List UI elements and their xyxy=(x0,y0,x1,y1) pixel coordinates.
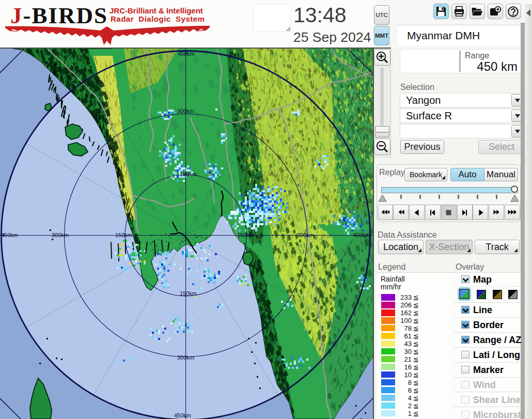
svg-text:300km: 300km xyxy=(297,232,314,238)
svg-text:450km: 450km xyxy=(178,51,195,57)
svg-text:300km: 300km xyxy=(177,108,194,114)
svg-text:150km: 150km xyxy=(180,290,197,297)
svg-text:300km: 300km xyxy=(177,354,194,361)
svg-text:150km: 150km xyxy=(237,232,254,238)
svg-text:450km: 450km xyxy=(353,232,370,238)
svg-text:300km: 300km xyxy=(52,232,69,238)
svg-text:150km: 150km xyxy=(115,232,132,238)
svg-text:150km: 150km xyxy=(180,171,197,177)
svg-text:450km: 450km xyxy=(1,232,18,238)
svg-text:450km: 450km xyxy=(174,412,191,418)
